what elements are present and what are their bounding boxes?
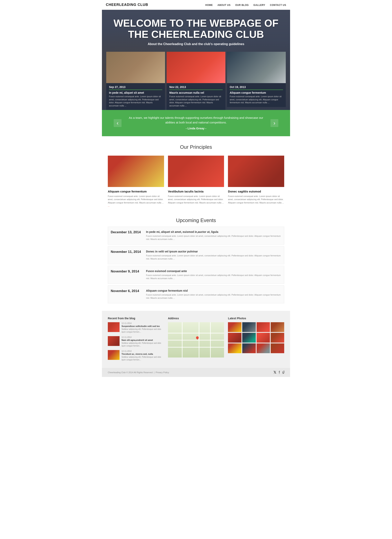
quote-slider: ‹ As a team, we highlight our talents th… [102,110,290,136]
principle-title-1: Aliquam congue fermentum [108,190,164,193]
hero-post-2: Nov 22, 2013 Mauris accumsan nulla vel F… [167,52,225,110]
latest-photos-grid [228,322,284,353]
nav-link-blog[interactable]: OUR BLOG [235,4,249,6]
quote-body: As a team, we highlight our talents thro… [129,116,263,124]
event-date-3: November 9, 2014 [111,270,146,273]
nav-link-about[interactable]: ABOUT US [217,4,231,6]
event-excerpt-1: Fusce euismod consequat ante. Lorem ipsu… [146,234,281,241]
photo-thumb-12[interactable] [271,343,284,353]
hero-images-row: Sep 27, 2013 In pede mi, aliquet sit ame… [102,52,290,110]
footer-photos-title: Latest Photos [228,317,284,320]
event-title-1: In pede mi, aliquet sit amet, euismod in… [146,230,281,233]
quote-author: - Linda Greay - [126,126,266,131]
footer-address-title: Address [168,317,224,320]
footer-bottom: Cheerleading Club © 2014 All Rights Rese… [102,368,290,377]
nav-item-blog[interactable]: OUR BLOG [235,3,249,7]
nav-item-contact[interactable]: CONTACT US [270,3,286,7]
hero-post-3-info: Oct 19, 2013 Aliquam congue fermentum Fu… [227,83,286,107]
photo-thumb-1[interactable] [228,322,242,332]
footer-blog-title: Recent from the blog [108,317,164,320]
nav-item-home[interactable]: HOME [205,3,213,7]
event-title-2: Donec in velit vel ipsum auctor pulvinar [146,250,281,253]
event-item-1: December 13, 2014 In pede mi, aliquet si… [108,226,284,245]
blog-post-info-1: 12-11-2014 Suspendisse sollicitudin veli… [121,322,164,333]
principle-img-box-1 [108,156,164,187]
hero-post-2-title: Mauris accumsan nulla vel [169,91,223,94]
principle-link-1[interactable]: ... [108,205,110,207]
footer-photos-col: Latest Photos [228,317,284,364]
event-item-2: November 11, 2014 Donec in velit vel ips… [108,246,284,264]
nav-link-contact[interactable]: CONTACT US [270,4,286,6]
principles-section: Our Principles Aliquam congue fermentum … [102,136,290,215]
map-road-v1 [182,322,183,357]
blog-post-title-3: Tincidunt ac, viverra sed, nulla [121,353,164,355]
photo-thumb-7[interactable] [256,333,270,343]
photo-thumb-5[interactable] [228,333,242,343]
photo-thumb-6[interactable] [242,333,256,343]
nav-link-home[interactable]: HOME [205,4,213,6]
principle-item-2: Vestibulum iaculis lacinia Fusce euismod… [168,156,224,207]
event-date-4: November 6, 2014 [111,289,146,293]
photo-thumb-10[interactable] [242,343,256,353]
main-nav: HOME ABOUT US OUR BLOG GALLERY CONTACT U… [205,3,286,7]
photo-thumb-11[interactable] [256,343,270,353]
blog-post-item-3: 12-11-2014 Tincidunt ac, viverra sed, nu… [108,350,164,361]
hero-post-2-date: Nov 22, 2013 [169,86,223,90]
event-excerpt-4: Fusce euismod consequat ante. Lorem ipsu… [146,293,281,300]
blog-post-excerpt-2: Sedteur adipiscing elit. Pellentesque se… [121,342,164,347]
footer-blog-col: Recent from the blog 12-11-2014 Suspendi… [108,317,164,364]
event-content-2: Donec in velit vel ipsum auctor pulvinar… [146,250,281,260]
photo-thumb-4[interactable] [271,322,284,332]
footer-copyright: Cheerleading Club © 2014 All Rights Rese… [108,371,169,374]
hero-post-3-title: Aliquam congue fermentum [230,91,283,94]
hero-post-1-excerpt: Fusce euismod consequat ante. Lorem ipsu… [109,95,162,107]
blog-post-date-2: 12-11-2014 [121,336,164,338]
principle-item-1: Aliquam congue fermentum Fusce euismod c… [108,156,164,207]
blog-post-title-1: Suspendisse sollicitudin velit sed leo [121,325,164,327]
principle-img-3 [228,156,284,187]
hero-title: WELCOME TO THE WEBPAGE OF THE CHEERLEADI… [110,18,282,40]
event-item-3: November 9, 2014 Fusce euismod consequat… [108,266,284,284]
blog-post-date-1: 12-11-2014 [121,322,164,324]
hero-post-3-date: Oct 19, 2013 [230,86,283,90]
hero-post-1-date: Sep 27, 2013 [109,86,162,90]
facebook-icon[interactable]: 𝔣 [279,370,280,375]
photo-thumb-9[interactable] [228,343,242,353]
events-title: Upcoming Events [108,217,284,223]
event-date-1: December 13, 2014 [111,230,146,234]
blog-post-item-1: 12-11-2014 Suspendisse sollicitudin veli… [108,322,164,333]
hero-post-3-image [227,52,286,83]
event-excerpt-3: Fusce euismod consequat ante. Lorem ipsu… [146,274,281,280]
twitter-icon[interactable]: 𝕏 [273,370,276,375]
blog-post-info-2: 12-11-2014 Nam elit agna,endrerit sit am… [121,336,164,347]
nav-list: HOME ABOUT US OUR BLOG GALLERY CONTACT U… [205,3,286,7]
event-excerpt-2: Fusce euismod consequat ante. Lorem ipsu… [146,254,281,260]
blog-thumb-1 [108,322,120,332]
principle-item-3: Donec sagittis euismod Fusce euismod con… [228,156,284,207]
photo-thumb-8[interactable] [271,333,284,343]
nav-item-gallery[interactable]: GALLERY [253,3,265,7]
events-section: Upcoming Events December 13, 2014 In ped… [102,215,290,311]
blog-post-date-3: 12-11-2014 [121,350,164,352]
nav-item-about[interactable]: ABOUT US [217,3,231,7]
event-content-1: In pede mi, aliquet sit amet, euismod in… [146,230,281,241]
footer-map [168,322,224,357]
hero-section: WELCOME TO THE WEBPAGE OF THE CHEERLEADI… [102,10,290,110]
blog-thumb-3 [108,350,120,360]
blog-post-item-2: 12-11-2014 Nam elit agna,endrerit sit am… [108,336,164,347]
google-plus-icon[interactable]: 𝓖 [282,370,284,375]
hero-post-1-info: Sep 27, 2013 In pede mi, aliquet sit ame… [106,83,165,110]
event-title-3: Fusce euismod consequat ante [146,270,281,273]
quote-next-arrow[interactable]: › [271,119,278,127]
principle-text-1: Fusce euismod consequat ante. Lorem ipsu… [108,195,164,207]
principles-title: Our Principles [108,144,284,150]
nav-link-gallery[interactable]: GALLERY [253,4,265,6]
footer-privacy-link[interactable]: Privacy Policy [156,371,169,374]
principle-text-3: Fusce euismod consequat ante. Lorem ipsu… [228,195,284,204]
quote-prev-arrow[interactable]: ‹ [114,119,121,127]
photo-thumb-3[interactable] [256,322,270,332]
blog-post-excerpt-3: Sedteur adipiscing elit. Pellentesque se… [121,356,164,361]
photo-thumb-2[interactable] [242,322,256,332]
hero-post-2-excerpt: Fusce euismod consequat ante. Lorem ipsu… [169,95,223,107]
site-logo: CHEERLEADING CLUB [106,3,148,7]
